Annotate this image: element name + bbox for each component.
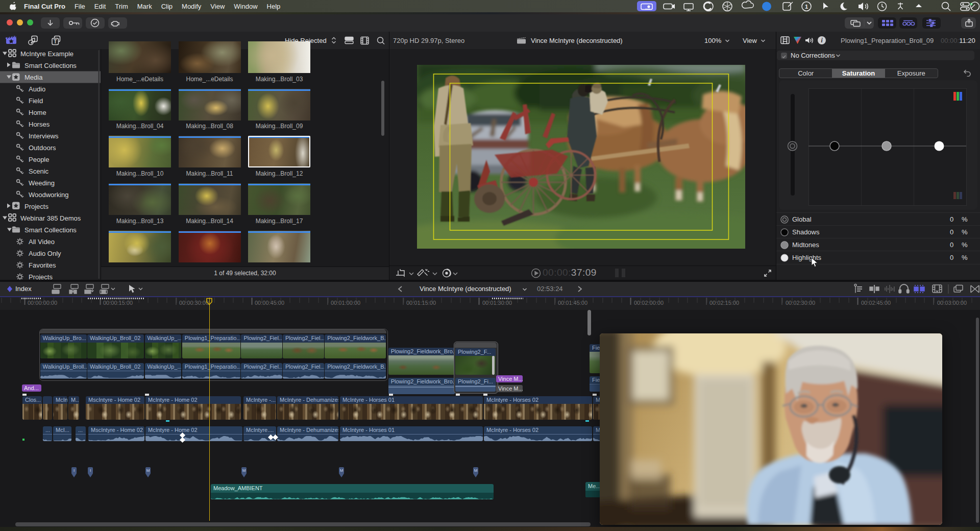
svg-text:1: 1	[805, 4, 808, 10]
svg-text:T: T	[54, 38, 57, 44]
